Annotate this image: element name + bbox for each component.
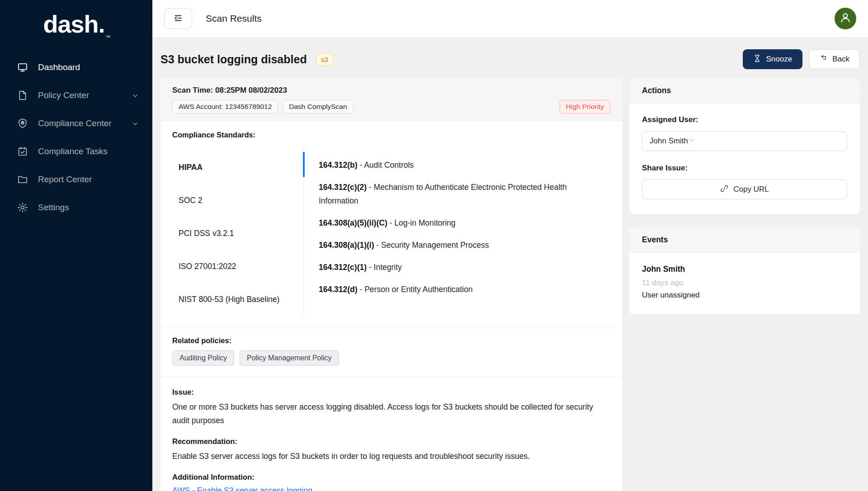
standards-tab-content: 164.312(b) - Audit Controls 164.312(c)(2…	[304, 146, 610, 316]
sidebar-nav: Dashboard Policy Center Compliance Cente…	[0, 53, 152, 222]
content-area: S3 bucket logging disabled s3 Snooze Bac…	[152, 38, 868, 491]
snooze-button[interactable]: Snooze	[743, 49, 803, 69]
actions-panel-body: Assigned User: John Smith Share Issue: C…	[629, 104, 860, 214]
page-header: S3 bucket logging disabled s3 Snooze Bac…	[160, 49, 860, 69]
file-icon	[17, 90, 28, 101]
control-item: 164.308(a)(5)(ii)(C) - Log-in Monitoring	[319, 216, 606, 230]
control-item: 164.312(b) - Audit Controls	[319, 158, 606, 172]
standards-tab-list: HIPAA SOC 2 PCI DSS v3.2.1 ISO 27001:202…	[172, 146, 303, 316]
control-item: 164.312(c)(2) - Mechanism to Authenticat…	[319, 180, 606, 208]
link-icon	[720, 184, 728, 195]
menu-fold-icon	[173, 13, 183, 24]
assigned-user-value: John Smith	[650, 137, 688, 146]
standards-label: Compliance Standards:	[172, 131, 610, 139]
brand-logo-text: dash.™	[43, 10, 109, 38]
user-avatar[interactable]	[835, 8, 856, 29]
chevron-down-icon	[132, 120, 139, 127]
back-button-label: Back	[832, 55, 849, 64]
page-breadcrumb-title: Scan Results	[206, 13, 262, 24]
assigned-user-label: Assigned User:	[642, 115, 847, 124]
tab-hipaa[interactable]: HIPAA	[172, 151, 303, 184]
sidebar-item-label: Compliance Center	[38, 118, 112, 128]
policy-tag-policy-management[interactable]: Policy Management Policy	[240, 350, 339, 366]
event-description: User unassigned	[642, 291, 847, 300]
active-tab-indicator	[303, 152, 305, 177]
chevron-down-icon	[132, 92, 139, 99]
sidebar-item-label: Policy Center	[38, 90, 89, 100]
sidebar: dash.™ Dashboard Policy Center Complianc…	[0, 0, 152, 491]
events-panel: Events John Smith 11 days ago User unass…	[629, 227, 860, 314]
rollback-icon	[819, 54, 827, 65]
recommendation-text: Enable S3 server access logs for S3 buck…	[172, 449, 610, 463]
folder-icon	[17, 174, 28, 185]
sidebar-item-label: Settings	[38, 203, 69, 212]
event-user: John Smith	[642, 264, 847, 274]
issue-details-section: Issue: One or more S3 buckets has server…	[160, 377, 622, 491]
header-actions: Snooze Back	[743, 49, 860, 69]
priority-badge: High Priority	[560, 100, 610, 113]
compliance-standards-section: Compliance Standards: HIPAA SOC 2 PCI DS…	[160, 121, 622, 328]
issue-label: Issue:	[172, 388, 610, 397]
policy-tag-auditing[interactable]: Auditing Policy	[172, 350, 234, 366]
events-panel-body: John Smith 11 days ago User unassigned	[629, 253, 860, 314]
aws-account-tag: AWS Account: 123456789012	[172, 100, 278, 113]
tab-pci-dss[interactable]: PCI DSS v3.2.1	[172, 217, 303, 250]
recommendation-label: Recommendation:	[172, 437, 610, 446]
hourglass-icon	[753, 54, 761, 65]
scan-tags-row: AWS Account: 123456789012 Dash ComplySca…	[172, 100, 610, 113]
scan-time: Scan Time: 08:25PM 08/02/2023	[172, 86, 610, 95]
assigned-user-select[interactable]: John Smith	[642, 131, 847, 151]
main-row: Scan Time: 08:25PM 08/02/2023 AWS Accoun…	[160, 78, 860, 491]
calendar-check-icon	[17, 146, 28, 157]
trademark-symbol: ™	[106, 34, 110, 40]
tab-soc2[interactable]: SOC 2	[172, 184, 303, 217]
related-policies-label: Related policies:	[172, 336, 610, 345]
scanner-tag: Dash ComplyScan	[283, 100, 353, 113]
scan-result-card: Scan Time: 08:25PM 08/02/2023 AWS Accoun…	[160, 78, 622, 491]
page-title: S3 bucket logging disabled	[160, 53, 307, 66]
event-timestamp: 11 days ago	[642, 279, 847, 288]
user-icon	[839, 11, 852, 26]
related-policies-section: Related policies: Auditing Policy Policy…	[160, 328, 622, 377]
copy-url-button[interactable]: Copy URL	[642, 179, 847, 199]
actions-panel: Actions Assigned User: John Smith Share …	[629, 78, 860, 214]
sidebar-item-settings[interactable]: Settings	[0, 194, 152, 222]
standards-tabs: HIPAA SOC 2 PCI DSS v3.2.1 ISO 27001:202…	[172, 146, 610, 316]
sidebar-item-compliance-tasks[interactable]: Compliance Tasks	[0, 137, 152, 165]
share-issue-label: Share Issue:	[642, 164, 847, 173]
shield-icon	[17, 118, 28, 129]
gear-icon	[17, 202, 28, 213]
right-column: Actions Assigned User: John Smith Share …	[629, 78, 860, 314]
events-panel-title: Events	[629, 227, 860, 253]
service-tag-s3: s3	[316, 53, 333, 66]
sidebar-item-label: Compliance Tasks	[38, 146, 108, 156]
topbar: Scan Results	[152, 0, 868, 38]
issue-text: One or more S3 buckets has server access…	[172, 400, 610, 427]
control-item: 164.312(c)(1) - Integrity	[319, 260, 606, 274]
scan-card-header: Scan Time: 08:25PM 08/02/2023 AWS Accoun…	[160, 78, 622, 121]
sidebar-collapse-button[interactable]	[164, 8, 192, 29]
actions-panel-title: Actions	[629, 78, 860, 104]
tab-divider	[303, 146, 304, 316]
sidebar-item-dashboard[interactable]: Dashboard	[0, 53, 152, 81]
sidebar-item-compliance-center[interactable]: Compliance Center	[0, 109, 152, 137]
sidebar-item-report-center[interactable]: Report Center	[0, 165, 152, 194]
brand-logo: dash.™	[0, 0, 152, 42]
aws-documentation-link[interactable]: AWS - Enable S3 server access logging	[172, 486, 312, 491]
snooze-button-label: Snooze	[766, 55, 793, 64]
monitor-icon	[17, 62, 28, 73]
event-entry: John Smith 11 days ago User unassigned	[642, 264, 847, 300]
additional-information-label: Additional Information:	[172, 473, 610, 482]
back-button[interactable]: Back	[809, 49, 860, 69]
control-item: 164.312(d) - Person or Entity Authentica…	[319, 283, 606, 296]
control-item: 164.308(a)(1)(i) - Security Management P…	[319, 238, 606, 252]
sidebar-item-label: Report Center	[38, 175, 92, 184]
chevron-down-icon	[688, 137, 695, 146]
tab-nist-800-53[interactable]: NIST 800-53 (High Baseline)	[172, 283, 303, 316]
copy-url-label: Copy URL	[733, 185, 769, 194]
tab-iso-27001[interactable]: ISO 27001:2022	[172, 250, 303, 283]
sidebar-item-policy-center[interactable]: Policy Center	[0, 81, 152, 109]
related-policies-tags: Auditing Policy Policy Management Policy	[172, 350, 610, 366]
sidebar-item-label: Dashboard	[38, 62, 80, 72]
